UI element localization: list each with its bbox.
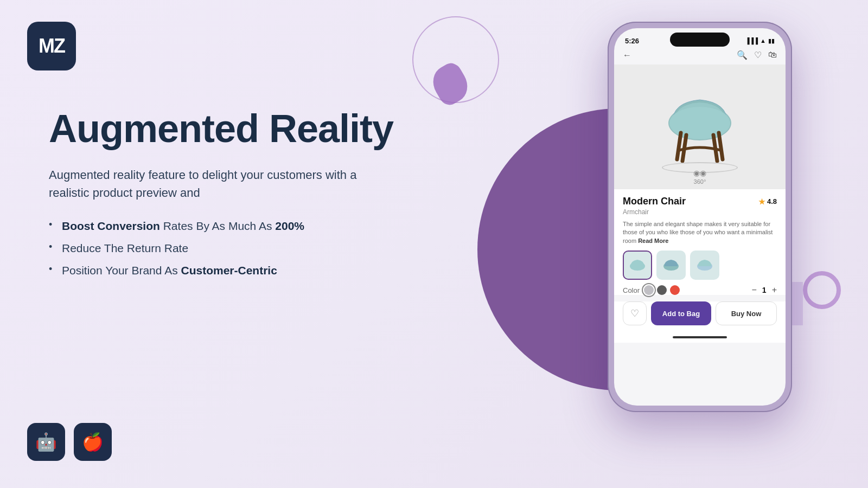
color-dot-gray[interactable] bbox=[644, 285, 654, 295]
color-dot-red[interactable] bbox=[670, 285, 680, 295]
home-indicator bbox=[614, 332, 786, 343]
heart-icon[interactable]: ♡ bbox=[754, 50, 762, 60]
phone-mockup: 5:26 ▐▐▐ ▲ ▮▮ ← 🔍 ♡ 🛍 bbox=[608, 22, 792, 412]
product-thumbnails bbox=[623, 251, 777, 280]
qty-decrease-button[interactable]: − bbox=[752, 285, 757, 295]
signal-icon: ▐▐▐ bbox=[745, 37, 758, 44]
product-info: Modern Chair ★ 4.8 Armchair The simple a… bbox=[614, 189, 786, 295]
degree-indicator: ◉◉ 360° bbox=[693, 169, 706, 185]
thumbnail-3[interactable] bbox=[690, 251, 719, 280]
ios-badge[interactable]: 🍎 bbox=[74, 423, 112, 461]
product-description: The simple and elegant shape makes it ve… bbox=[623, 220, 777, 245]
hero-subtitle: Augmented reality feature to delight you… bbox=[49, 166, 396, 202]
qty-control: − 1 + bbox=[752, 285, 777, 295]
wishlist-button[interactable]: ♡ bbox=[623, 301, 647, 325]
degree-dots: ◉◉ bbox=[693, 169, 706, 177]
product-rating: ★ 4.8 bbox=[758, 197, 777, 206]
thumbnail-1[interactable] bbox=[623, 251, 652, 280]
header-action-icons: 🔍 ♡ 🛍 bbox=[737, 50, 777, 60]
svg-line-3 bbox=[719, 133, 723, 159]
product-name-row: Modern Chair ★ 4.8 bbox=[623, 196, 777, 207]
logo-text: MZ bbox=[39, 36, 65, 56]
qty-increase-button[interactable]: + bbox=[772, 285, 777, 295]
search-icon[interactable]: 🔍 bbox=[737, 50, 748, 60]
back-icon[interactable]: ← bbox=[623, 50, 631, 60]
bag-icon[interactable]: 🛍 bbox=[768, 50, 777, 60]
svg-line-2 bbox=[677, 133, 681, 159]
degree-text: 360° bbox=[694, 178, 706, 185]
bullet-item-2: Reduce The Return Rate bbox=[49, 240, 396, 256]
apple-icon: 🍎 bbox=[82, 432, 104, 452]
bullet-3-bold: Customer-Centric bbox=[181, 264, 277, 277]
svg-point-1 bbox=[669, 107, 730, 139]
status-icons: ▐▐▐ ▲ ▮▮ bbox=[745, 37, 775, 44]
color-dot-dark[interactable] bbox=[657, 285, 667, 295]
buy-now-button[interactable]: Buy Now bbox=[716, 301, 777, 325]
product-image-area: ◉◉ 360° bbox=[614, 65, 786, 189]
bullet-1-text: Rates By As Much As bbox=[163, 220, 276, 232]
battery-icon: ▮▮ bbox=[768, 37, 775, 44]
action-buttons: ♡ Add to Bag Buy Now bbox=[614, 301, 786, 332]
color-label: Color bbox=[623, 286, 640, 294]
product-category: Armchair bbox=[623, 208, 777, 216]
left-content: Augmented Reality Augmented reality feat… bbox=[49, 108, 396, 285]
phone-inner: 5:26 ▐▐▐ ▲ ▮▮ ← 🔍 ♡ 🛍 bbox=[614, 28, 786, 406]
logo: MZ bbox=[27, 22, 76, 70]
thumbnail-2[interactable] bbox=[656, 251, 686, 280]
chair-image bbox=[656, 81, 743, 173]
bullet-1-bold: Boost Conversion bbox=[62, 220, 160, 232]
phone-outer: 5:26 ▐▐▐ ▲ ▮▮ ← 🔍 ♡ 🛍 bbox=[608, 22, 792, 412]
qty-value: 1 bbox=[762, 286, 767, 294]
phone-notch bbox=[670, 33, 730, 47]
star-icon: ★ bbox=[758, 197, 765, 206]
wifi-icon: ▲ bbox=[760, 37, 766, 44]
android-badge[interactable]: 🤖 bbox=[27, 423, 65, 461]
home-bar bbox=[673, 336, 727, 338]
store-badges: 🤖 🍎 bbox=[27, 423, 112, 461]
bullet-item-3: Position Your Brand As Customer-Centric bbox=[49, 262, 396, 278]
color-dots bbox=[644, 285, 680, 295]
deco-ring-right bbox=[803, 271, 841, 309]
bullet-item-1: Boost Conversion Rates By As Much As 200… bbox=[49, 218, 396, 234]
color-qty-row: Color − 1 + bbox=[623, 285, 777, 295]
add-to-bag-button[interactable]: Add to Bag bbox=[651, 301, 711, 325]
bullet-2-text: Reduce The Return Rate bbox=[62, 242, 188, 254]
page-title: Augmented Reality bbox=[49, 108, 396, 150]
status-time: 5:26 bbox=[625, 37, 639, 45]
rating-value: 4.8 bbox=[767, 197, 777, 206]
product-name: Modern Chair bbox=[623, 196, 686, 207]
app-header: ← 🔍 ♡ 🛍 bbox=[614, 48, 786, 65]
color-section: Color bbox=[623, 285, 680, 295]
read-more-link[interactable]: Read More bbox=[638, 237, 668, 244]
bullet-list: Boost Conversion Rates By As Much As 200… bbox=[49, 218, 396, 279]
bullet-3-prefix: Position Your Brand As bbox=[62, 264, 181, 277]
android-icon: 🤖 bbox=[35, 432, 57, 452]
bullet-1-bold-suffix: 200% bbox=[275, 220, 304, 232]
